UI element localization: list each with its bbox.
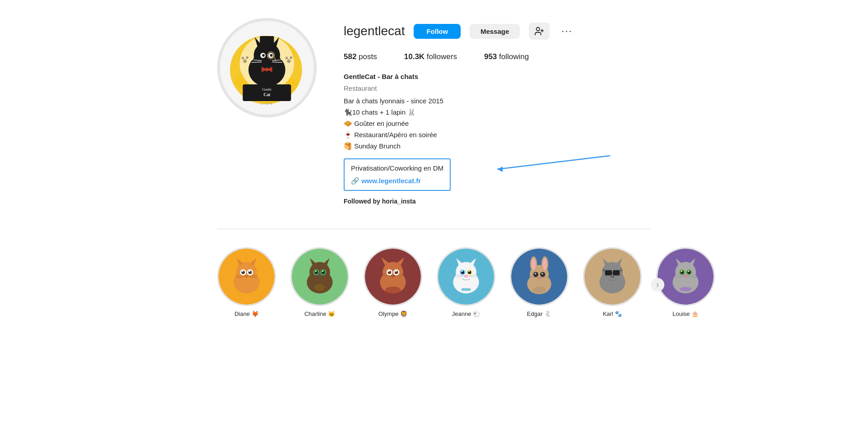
highlight-label: Louise 🎂 <box>672 310 699 317</box>
highlight-item[interactable]: Jeanne 🐑 <box>437 247 495 317</box>
svg-point-56 <box>244 275 249 278</box>
username-row: legentlecat Follow Message ··· <box>344 23 651 40</box>
bio-privatisation: Privatisation/Coworking en DM <box>351 163 443 174</box>
following-count: 953 <box>484 52 497 61</box>
followed-by-user[interactable]: horia_insta <box>382 198 416 205</box>
arrow-annotation <box>497 151 642 187</box>
bio-website-link[interactable]: www.legentlecat.fr <box>361 177 421 185</box>
highlight-item[interactable]: Olympe 🦁 <box>364 247 422 317</box>
svg-point-99 <box>468 271 470 273</box>
highlight-item[interactable]: Edgar 🐇 <box>510 247 569 317</box>
stats-row: 582 posts 10.3K followers 953 following <box>344 52 651 61</box>
highlight-item[interactable]: Karl 🐾 <box>583 247 642 317</box>
highlights-section: Diane 🦊 Charline 🐱 Olympe 🦁 <box>217 229 651 326</box>
svg-point-32 <box>285 57 288 60</box>
highlight-circle <box>364 247 422 306</box>
highlights-row: Diane 🦊 Charline 🐱 Olympe 🦁 <box>217 243 651 326</box>
stat-posts[interactable]: 582 posts <box>344 52 377 61</box>
svg-point-120 <box>533 287 546 293</box>
highlight-label: Charline 🐱 <box>304 310 335 317</box>
svg-rect-13 <box>260 36 274 45</box>
svg-point-55 <box>249 271 250 273</box>
highlight-item[interactable]: Louise 🎂 <box>656 247 715 317</box>
svg-point-132 <box>602 269 605 272</box>
bio-line-1: Bar à chats lyonnais - since 2015 <box>344 96 651 106</box>
svg-point-38 <box>537 28 540 31</box>
svg-point-129 <box>610 276 615 278</box>
bio-line-4: 🍷 Restaurant/Apéro en soirée <box>344 130 651 140</box>
link-emoji-icon: 🔗 <box>351 177 361 185</box>
bio-line-5: 🥞 Sunday Brunch <box>344 141 651 152</box>
follow-button[interactable]: Follow <box>414 24 461 39</box>
svg-point-54 <box>242 271 243 273</box>
message-button[interactable]: Message <box>470 24 520 39</box>
svg-point-86 <box>385 287 401 293</box>
svg-point-70 <box>315 271 317 273</box>
svg-point-115 <box>535 273 536 274</box>
bio-line-2: 🐈‍⬛10 chats + 1 lapin 🐰 <box>344 107 651 118</box>
highlight-label: Olympe 🦁 <box>378 310 407 317</box>
svg-point-18 <box>270 54 273 57</box>
svg-point-73 <box>315 284 325 291</box>
svg-point-117 <box>537 277 541 279</box>
svg-point-27 <box>265 68 269 71</box>
svg-point-144 <box>688 271 689 273</box>
profile-avatar: Gentle Cat LYON <box>217 18 317 117</box>
svg-point-45 <box>236 262 257 283</box>
highlight-label: Karl 🐾 <box>603 310 622 317</box>
posts-count: 582 <box>344 52 356 61</box>
svg-point-85 <box>391 275 395 278</box>
highlight-label: Jeanne 🐑 <box>452 310 480 317</box>
bio-link-box: Privatisation/Coworking en DM 🔗 www.lege… <box>344 158 451 191</box>
svg-point-29 <box>242 57 244 60</box>
svg-rect-126 <box>605 270 612 275</box>
following-label: following <box>499 52 529 61</box>
chevron-right-icon[interactable]: › <box>651 278 664 292</box>
highlight-circle <box>290 247 349 306</box>
bio-line-3: 🧇 Goûter en journée <box>344 118 651 129</box>
svg-point-33 <box>290 56 293 59</box>
svg-text:LYON: LYON <box>260 102 274 105</box>
svg-point-136 <box>675 262 696 283</box>
svg-point-111 <box>532 258 536 270</box>
followed-by: Followed by horia_insta <box>344 196 651 206</box>
add-person-button[interactable] <box>529 23 550 40</box>
svg-point-150 <box>680 287 692 292</box>
highlight-item[interactable]: Charline 🐱 <box>290 247 349 317</box>
bio-link-row[interactable]: 🔗 www.legentlecat.fr <box>351 176 443 186</box>
bio-name: GentleCat - Bar à chats <box>344 71 651 82</box>
followed-by-label: Followed by <box>344 198 380 205</box>
svg-point-71 <box>322 271 323 273</box>
svg-point-83 <box>388 271 390 273</box>
followers-count: 10.3K <box>404 52 425 61</box>
svg-point-31 <box>287 60 291 63</box>
svg-text:Cat: Cat <box>263 92 271 97</box>
svg-point-114 <box>540 272 545 277</box>
svg-point-84 <box>395 271 397 273</box>
svg-point-113 <box>533 272 538 277</box>
posts-label: posts <box>359 52 377 61</box>
svg-rect-105 <box>462 288 471 291</box>
highlight-label: Edgar 🐇 <box>527 310 551 317</box>
svg-point-100 <box>464 275 468 278</box>
highlights-wrapper: Diane 🦊 Charline 🐱 Olympe 🦁 <box>217 243 651 326</box>
svg-line-41 <box>497 156 610 169</box>
svg-point-17 <box>262 54 265 57</box>
stat-followers[interactable]: 10.3K followers <box>404 52 457 61</box>
svg-point-133 <box>620 269 622 272</box>
more-options-button[interactable]: ··· <box>559 23 575 39</box>
highlight-item[interactable]: Diane 🦊 <box>217 247 276 317</box>
svg-rect-127 <box>613 270 620 275</box>
svg-point-98 <box>462 271 463 273</box>
svg-point-76 <box>383 262 403 283</box>
highlight-circle <box>510 247 569 306</box>
svg-text:Gentle: Gentle <box>262 88 272 92</box>
svg-point-91 <box>456 262 476 283</box>
svg-point-145 <box>683 275 688 278</box>
followers-label: followers <box>427 52 457 61</box>
more-dots: ··· <box>561 25 572 37</box>
profile-info: legentlecat Follow Message ··· <box>344 18 651 206</box>
svg-point-63 <box>309 262 330 283</box>
svg-point-28 <box>243 60 247 63</box>
stat-following[interactable]: 953 following <box>484 52 529 61</box>
